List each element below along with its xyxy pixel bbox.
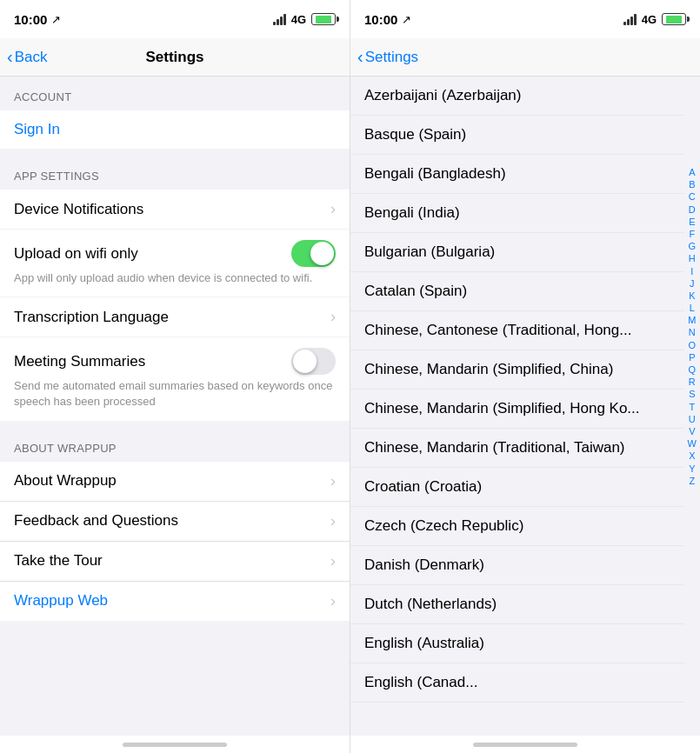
back-button[interactable]: ‹ Back — [7, 47, 47, 67]
device-notifications-chevron-icon: › — [330, 200, 336, 218]
upload-wifi-item: Upload on wifi only App will only upload… — [0, 230, 350, 297]
left-status-bar: 10:00 ↗ 4G — [0, 0, 350, 38]
page-title: Settings — [145, 49, 203, 66]
about-wrappup-item[interactable]: About Wrappup › — [0, 462, 350, 502]
location-icon: ↗ — [51, 13, 61, 26]
language-list: Azerbaijani (Azerbaijan)Basque (Spain)Be… — [350, 77, 700, 736]
language-item[interactable]: Chinese, Cantonese (Traditional, Hong... — [350, 311, 684, 350]
wrappup-web-item[interactable]: Wrappup Web › — [0, 582, 350, 621]
meeting-summaries-description: Send me automated email summaries based … — [14, 378, 336, 410]
back-label[interactable]: Back — [15, 49, 48, 66]
meeting-summaries-toggle[interactable] — [291, 348, 336, 375]
alphabet-letter[interactable]: E — [689, 217, 695, 228]
app-settings-header: APP SETTINGS — [0, 156, 350, 190]
alphabet-letter[interactable]: R — [689, 376, 696, 388]
alphabet-letter[interactable]: H — [689, 253, 696, 264]
language-item[interactable]: Bengali (India) — [350, 194, 684, 233]
language-item[interactable]: English (Australia) — [350, 624, 684, 663]
device-notifications-item[interactable]: Device Notifications › — [0, 190, 350, 229]
right-nav-bar: ‹ Settings — [350, 38, 700, 77]
sign-in-label[interactable]: Sign In — [14, 121, 60, 138]
sign-in-item[interactable]: Sign In — [0, 110, 350, 149]
alphabet-letter[interactable]: U — [689, 414, 696, 425]
account-list: Sign In — [0, 110, 350, 149]
upload-wifi-toggle[interactable] — [291, 240, 336, 267]
alphabet-letter[interactable]: F — [689, 229, 695, 240]
transcription-group: Transcription Language › — [0, 297, 350, 337]
right-network-label: 4G — [642, 13, 657, 26]
feedback-questions-item[interactable]: Feedback and Questions › — [0, 502, 350, 542]
alphabet-letter[interactable]: I — [690, 266, 693, 277]
alphabet-letter[interactable]: K — [689, 290, 695, 302]
transcription-language-item[interactable]: Transcription Language › — [0, 297, 350, 337]
right-signal-icon — [623, 14, 637, 25]
take-tour-label: Take the Tour — [14, 552, 103, 570]
language-item[interactable]: Catalan (Spain) — [350, 272, 684, 311]
language-item[interactable]: Bengali (Bangladesh) — [350, 155, 684, 194]
language-item[interactable]: Basque (Spain) — [350, 116, 684, 155]
about-wrappup-chevron-icon: › — [330, 472, 336, 490]
about-wrappup-label: About Wrappup — [14, 472, 117, 490]
network-label: 4G — [291, 13, 306, 26]
feedback-chevron-icon: › — [330, 512, 336, 530]
app-settings-list: Device Notifications › — [0, 190, 350, 229]
alphabet-letter[interactable]: A — [689, 167, 695, 178]
about-list: About Wrappup › Feedback and Questions ›… — [0, 462, 350, 621]
alphabet-letter[interactable]: M — [688, 315, 696, 326]
language-item[interactable]: Chinese, Mandarin (Simplified, China) — [350, 350, 684, 390]
device-notifications-label: Device Notifications — [14, 201, 143, 218]
right-time: 10:00 — [364, 12, 397, 27]
language-item[interactable]: Czech (Czech Republic) — [350, 507, 684, 546]
alphabet-letter[interactable]: N — [689, 327, 696, 338]
alphabet-letter[interactable]: L — [690, 303, 695, 314]
left-nav-bar: ‹ Back Settings — [0, 38, 350, 77]
language-item[interactable]: Croatian (Croatia) — [350, 468, 684, 507]
take-tour-item[interactable]: Take the Tour › — [0, 542, 350, 582]
alphabet-index[interactable]: ABCDEFGHIJKLMNOPQRSTUVWXYZ — [684, 163, 700, 490]
language-item[interactable]: Chinese, Mandarin (Simplified, Hong Ko..… — [350, 390, 684, 429]
upload-wifi-group: Upload on wifi only App will only upload… — [0, 230, 350, 297]
alphabet-letter[interactable]: Y — [689, 463, 695, 475]
language-item[interactable]: English (Canad... — [350, 663, 684, 703]
alphabet-letter[interactable]: G — [689, 241, 697, 252]
wrappup-web-label[interactable]: Wrappup Web — [14, 592, 108, 610]
upload-wifi-description: App will only upload audio when device i… — [14, 270, 336, 286]
account-section-header: ACCOUNT — [0, 77, 350, 110]
about-section-header: ABOUT WRAPPUP — [0, 428, 350, 462]
transcription-language-label: Transcription Language — [14, 309, 169, 326]
right-home-indicator — [350, 736, 700, 753]
language-item[interactable]: Dutch (Netherlands) — [350, 585, 684, 624]
meeting-summaries-label: Meeting Summaries — [14, 353, 145, 370]
alphabet-letter[interactable]: S — [689, 389, 695, 400]
battery-icon — [311, 13, 336, 25]
right-back-button[interactable]: ‹ Settings — [357, 47, 418, 67]
language-item[interactable]: Bulgarian (Bulgaria) — [350, 233, 684, 272]
transcription-chevron-icon: › — [330, 308, 336, 326]
alphabet-letter[interactable]: Z — [689, 476, 695, 487]
alphabet-letter[interactable]: V — [689, 426, 695, 437]
alphabet-letter[interactable]: Q — [689, 364, 697, 376]
right-battery-icon — [662, 13, 686, 25]
alphabet-letter[interactable]: O — [689, 340, 697, 351]
back-chevron-icon: ‹ — [7, 47, 13, 67]
alphabet-letter[interactable]: B — [689, 179, 695, 190]
language-item[interactable]: Azerbaijani (Azerbaijan) — [350, 77, 684, 116]
left-home-indicator — [0, 736, 350, 753]
alphabet-letter[interactable]: D — [689, 204, 696, 216]
alphabet-letter[interactable]: W — [688, 438, 697, 450]
language-item[interactable]: Chinese, Mandarin (Traditional, Taiwan) — [350, 429, 684, 468]
signal-icon — [273, 14, 286, 25]
alphabet-letter[interactable]: P — [689, 352, 695, 363]
take-tour-chevron-icon: › — [330, 552, 336, 570]
left-time: 10:00 — [14, 12, 47, 27]
alphabet-letter[interactable]: T — [689, 402, 695, 413]
alphabet-letter[interactable]: C — [689, 191, 696, 203]
alphabet-letter[interactable]: J — [690, 278, 695, 290]
language-item[interactable]: Danish (Denmark) — [350, 546, 684, 585]
right-location-icon: ↗ — [402, 13, 411, 26]
right-back-label[interactable]: Settings — [365, 49, 418, 66]
feedback-questions-label: Feedback and Questions — [14, 512, 178, 530]
meeting-summaries-group: Meeting Summaries Send me automated emai… — [0, 337, 350, 420]
meeting-summaries-item: Meeting Summaries Send me automated emai… — [0, 337, 350, 420]
alphabet-letter[interactable]: X — [689, 450, 695, 462]
